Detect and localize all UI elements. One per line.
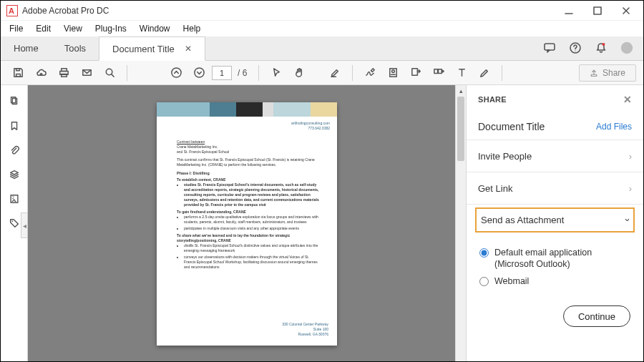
attachments-icon[interactable] bbox=[8, 144, 21, 157]
chat-icon[interactable] bbox=[543, 41, 556, 54]
menu-edit[interactable]: Edit bbox=[31, 22, 55, 35]
continue-button[interactable]: Continue bbox=[563, 305, 630, 327]
svg-point-6 bbox=[575, 50, 575, 51]
cloud-icon[interactable] bbox=[31, 63, 51, 83]
sign-tool-icon[interactable] bbox=[360, 63, 380, 83]
highlight-tool-icon[interactable] bbox=[325, 63, 345, 83]
toolbar-separator bbox=[258, 65, 259, 81]
tab-document[interactable]: Document Title ✕ bbox=[99, 36, 205, 61]
svg-text:2: 2 bbox=[11, 195, 14, 200]
select-tool-icon[interactable] bbox=[266, 63, 286, 83]
document-viewport[interactable]: artfindingconsulting.com 773.642.3382 Co… bbox=[28, 85, 466, 361]
hand-tool-icon[interactable] bbox=[289, 63, 309, 83]
help-icon[interactable] bbox=[569, 41, 582, 54]
scroll-thumb[interactable] bbox=[457, 97, 464, 161]
page-number-input[interactable]: 1 bbox=[212, 66, 232, 80]
share-button[interactable]: Share bbox=[579, 64, 636, 82]
window-controls bbox=[555, 1, 640, 20]
get-link-label: Get Link bbox=[478, 183, 512, 194]
scroll-up-icon[interactable]: ▴ bbox=[456, 85, 466, 96]
option-default-email[interactable]: Default email application (Microsoft Out… bbox=[479, 247, 630, 270]
email-icon[interactable] bbox=[77, 63, 97, 83]
page-down-icon[interactable] bbox=[189, 63, 209, 83]
notifications-icon[interactable] bbox=[595, 41, 608, 54]
tags-icon[interactable] bbox=[8, 217, 21, 230]
bookmarks-icon[interactable] bbox=[8, 119, 21, 132]
page-header-contact: artfindingconsulting.com 773.642.3382 bbox=[291, 121, 330, 131]
tab-document-label: Document Title bbox=[112, 44, 175, 54]
app-title: Adobe Acrobat Pro DC bbox=[22, 6, 109, 16]
svg-point-21 bbox=[391, 70, 394, 73]
share-doc-title: Document Title bbox=[478, 121, 545, 132]
page-up-icon[interactable] bbox=[166, 63, 186, 83]
organize-tool-icon[interactable] bbox=[429, 63, 449, 83]
minimize-button[interactable] bbox=[555, 1, 583, 20]
chevron-right-icon: › bbox=[629, 183, 632, 194]
menu-help[interactable]: Help bbox=[179, 22, 205, 35]
svg-line-16 bbox=[111, 74, 113, 77]
toolbar-separator bbox=[352, 65, 353, 81]
svg-point-8 bbox=[621, 42, 633, 54]
tab-close-icon[interactable]: ✕ bbox=[185, 44, 192, 54]
menu-window[interactable]: Window bbox=[135, 22, 175, 35]
svg-point-17 bbox=[171, 68, 180, 77]
menu-view[interactable]: View bbox=[59, 22, 87, 35]
toolbar-separator bbox=[502, 65, 502, 81]
account-avatar[interactable] bbox=[620, 41, 633, 54]
menubar: File Edit View Plug-Ins Window Help bbox=[1, 21, 643, 36]
share-button-label: Share bbox=[602, 68, 625, 78]
main-toolbar: 1 / 6 Share bbox=[1, 61, 643, 85]
draw-tool-icon[interactable] bbox=[474, 63, 494, 83]
share-panel: SHARE ✕ Document Title Add Files Invite … bbox=[466, 85, 643, 361]
svg-rect-28 bbox=[591, 74, 597, 76]
chevron-down-icon: › bbox=[622, 218, 633, 221]
menu-plugins[interactable]: Plug-Ins bbox=[91, 22, 131, 35]
share-panel-header: SHARE ✕ bbox=[467, 85, 643, 114]
layers-icon[interactable] bbox=[8, 168, 21, 181]
print-icon[interactable] bbox=[54, 63, 74, 83]
page-total-label: / 6 bbox=[238, 68, 247, 78]
share-doc-title-row: Document Title Add Files bbox=[467, 114, 643, 140]
svg-rect-1 bbox=[594, 7, 601, 14]
page-banner bbox=[157, 102, 337, 117]
add-files-link[interactable]: Add Files bbox=[596, 122, 632, 132]
send-as-attachment-label: Send as Attachment bbox=[481, 215, 564, 225]
tab-tools[interactable]: Tools bbox=[52, 36, 99, 60]
stamp-tool-icon[interactable] bbox=[383, 63, 403, 83]
save-icon[interactable] bbox=[8, 63, 28, 83]
invite-people-row[interactable]: Invite People › bbox=[467, 140, 643, 172]
radio-default-email[interactable] bbox=[479, 248, 489, 258]
collapse-rail-button[interactable]: ◂ bbox=[21, 212, 28, 238]
search-icon[interactable] bbox=[99, 63, 119, 83]
option-default-email-label: Default email application (Microsoft Out… bbox=[494, 247, 630, 270]
attachment-options: Default email application (Microsoft Out… bbox=[467, 238, 643, 300]
send-as-attachment-row[interactable]: Send as Attachment › bbox=[475, 207, 635, 233]
page-footer-address: 330 Colonial Center Parkway Suite 100 Ro… bbox=[282, 322, 328, 337]
chevron-right-icon: › bbox=[629, 151, 632, 162]
vertical-scrollbar[interactable]: ▴ bbox=[455, 85, 466, 361]
left-rail: 2 ◂ bbox=[1, 85, 28, 361]
thumbnails-icon[interactable] bbox=[8, 95, 21, 108]
menu-file[interactable]: File bbox=[5, 22, 27, 35]
svg-rect-10 bbox=[16, 69, 19, 71]
svg-rect-23 bbox=[412, 69, 418, 75]
signatures-panel-icon[interactable]: 2 bbox=[8, 192, 21, 205]
get-link-row[interactable]: Get Link › bbox=[467, 172, 643, 204]
svg-rect-9 bbox=[16, 74, 20, 77]
app-logo-icon bbox=[6, 5, 18, 16]
toolbar-separator bbox=[127, 65, 127, 81]
page-body-text: Contract between Crane MetaMarketing Inc… bbox=[177, 140, 321, 271]
export-tool-icon[interactable] bbox=[406, 63, 426, 83]
svg-point-7 bbox=[602, 43, 605, 46]
tab-home[interactable]: Home bbox=[1, 36, 52, 60]
option-webmail[interactable]: Webmail bbox=[479, 275, 630, 287]
close-panel-icon[interactable]: ✕ bbox=[623, 94, 632, 105]
radio-webmail[interactable] bbox=[479, 277, 489, 286]
close-window-button[interactable] bbox=[612, 1, 640, 20]
maximize-button[interactable] bbox=[583, 1, 612, 20]
invite-people-label: Invite People bbox=[478, 151, 532, 162]
svg-rect-13 bbox=[61, 74, 67, 77]
text-tool-icon[interactable] bbox=[452, 63, 472, 83]
tabbar: Home Tools Document Title ✕ bbox=[1, 36, 643, 61]
document-page: artfindingconsulting.com 773.642.3382 Co… bbox=[157, 102, 337, 346]
